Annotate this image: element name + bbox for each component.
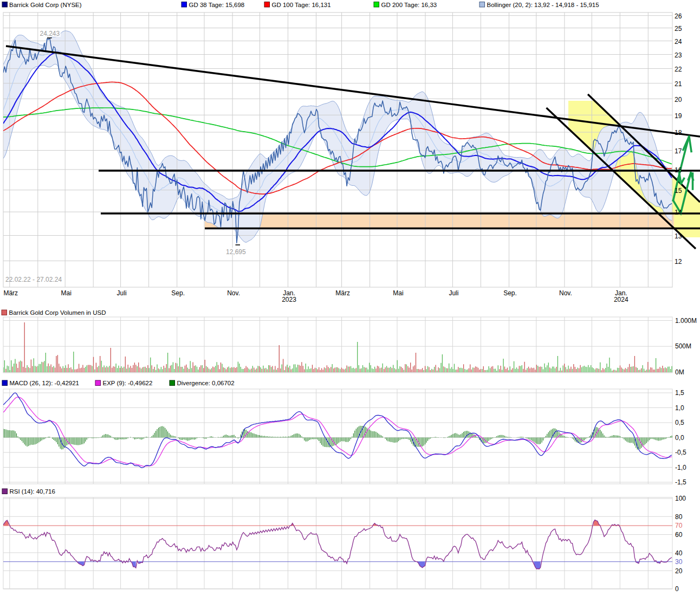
svg-text:-0,5: -0,5 <box>675 449 686 456</box>
svg-text:-1,5: -1,5 <box>675 478 686 486</box>
svg-text:1,0: 1,0 <box>675 404 684 412</box>
svg-text:Juli: Juli <box>449 289 458 297</box>
svg-text:20: 20 <box>675 96 682 103</box>
svg-text:0,5: 0,5 <box>675 419 684 426</box>
svg-text:2024: 2024 <box>614 296 628 303</box>
svg-text:22: 22 <box>675 66 682 73</box>
svg-text:Divergence: 0,06702: Divergence: 0,06702 <box>177 380 235 386</box>
svg-text:-1,0: -1,0 <box>675 464 686 471</box>
svg-text:1.000M: 1.000M <box>675 317 697 325</box>
svg-text:Mai: Mai <box>61 289 72 297</box>
svg-text:17: 17 <box>675 147 682 155</box>
svg-text:GD 100 Tage: 16,131: GD 100 Tage: 16,131 <box>272 2 331 8</box>
svg-text:GD 38 Tage: 15,698: GD 38 Tage: 15,698 <box>189 2 245 8</box>
svg-text:70: 70 <box>675 522 683 529</box>
svg-text:März: März <box>335 289 350 297</box>
svg-text:Barrick Gold Corp Volumen in U: Barrick Gold Corp Volumen in USD <box>9 309 106 316</box>
svg-text:40: 40 <box>675 549 683 557</box>
svg-text:24,243: 24,243 <box>40 30 60 37</box>
svg-text:500M: 500M <box>675 342 691 350</box>
svg-text:12: 12 <box>675 258 682 265</box>
svg-text:24: 24 <box>675 38 682 46</box>
svg-text:Mai: Mai <box>393 289 403 297</box>
svg-text:Barrick Gold Corp (NYSE): Barrick Gold Corp (NYSE) <box>9 2 82 8</box>
svg-text:EXP (9): -0,49622: EXP (9): -0,49622 <box>103 380 153 386</box>
svg-text:0,0: 0,0 <box>675 434 684 442</box>
svg-text:26: 26 <box>675 12 682 20</box>
svg-text:80: 80 <box>675 513 683 521</box>
svg-text:21: 21 <box>675 80 682 88</box>
svg-text:Nov.: Nov. <box>559 289 572 297</box>
svg-text:März: März <box>3 289 18 297</box>
svg-text:Sep.: Sep. <box>171 289 185 297</box>
svg-text:22.02.22 - 27.02.24: 22.02.22 - 27.02.24 <box>5 276 62 283</box>
svg-text:15: 15 <box>675 187 682 195</box>
svg-text:30: 30 <box>675 558 683 566</box>
svg-text:2023: 2023 <box>282 296 296 303</box>
svg-text:13: 13 <box>675 232 682 240</box>
svg-text:1,5: 1,5 <box>675 389 684 397</box>
svg-text:16: 16 <box>675 166 682 174</box>
svg-text:100: 100 <box>675 495 686 502</box>
svg-text:Juli: Juli <box>117 289 127 297</box>
svg-text:19: 19 <box>675 112 682 120</box>
svg-text:MACD (26, 12): -0,42921: MACD (26, 12): -0,42921 <box>10 380 79 386</box>
svg-text:0: 0 <box>675 585 679 593</box>
svg-text:RSI (14): 40,716: RSI (14): 40,716 <box>10 488 55 495</box>
svg-text:20: 20 <box>675 567 683 575</box>
svg-text:GD 200 Tage: 16,33: GD 200 Tage: 16,33 <box>381 2 437 8</box>
svg-text:12,695: 12,695 <box>226 248 246 256</box>
svg-text:25: 25 <box>675 25 682 33</box>
svg-text:Nov.: Nov. <box>227 289 240 297</box>
svg-text:14: 14 <box>675 209 682 216</box>
svg-text:Bollinger (20, 2): 13,92 - 14,: Bollinger (20, 2): 13,92 - 14,918 - 15,9… <box>487 2 599 8</box>
svg-text:Sep.: Sep. <box>503 289 517 297</box>
svg-text:18: 18 <box>675 129 682 137</box>
svg-text:60: 60 <box>675 531 683 539</box>
svg-text:0M: 0M <box>675 368 684 376</box>
svg-text:23: 23 <box>675 51 682 59</box>
